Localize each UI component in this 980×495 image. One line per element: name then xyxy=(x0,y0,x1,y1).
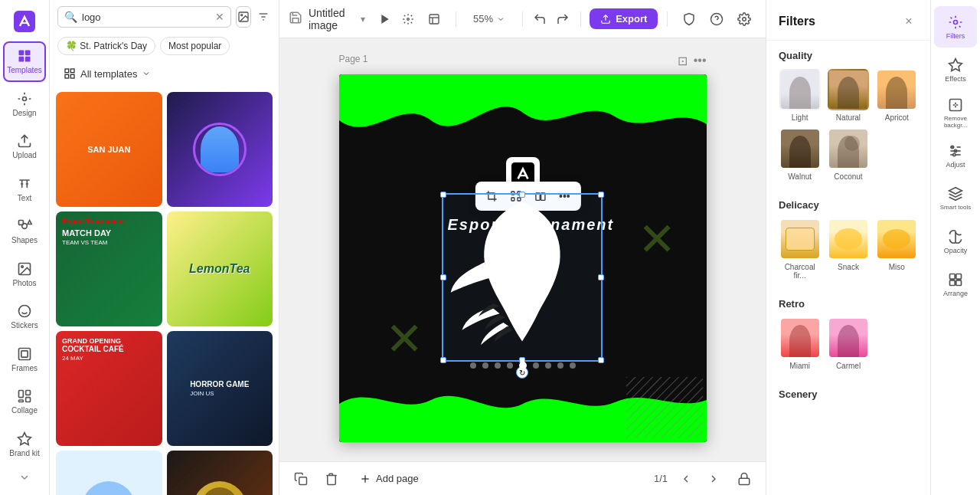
filter-sort-btn[interactable] xyxy=(256,6,271,28)
tag-st-patricks[interactable]: 🍀 St. Patrick's Day xyxy=(57,37,155,55)
layout-btn[interactable] xyxy=(422,10,446,28)
quality-section-title: Quality xyxy=(779,50,918,61)
delete-page-btn[interactable] xyxy=(319,467,344,491)
selection-box[interactable]: ↻ xyxy=(442,193,603,362)
filter-apricot[interactable]: Apricot xyxy=(876,69,918,122)
right-tool-adjust[interactable]: Adjust xyxy=(934,135,977,176)
doc-title[interactable]: Untitled image xyxy=(309,7,354,31)
right-tool-opacity[interactable]: Opacity xyxy=(934,221,977,262)
filter-natural-thumb xyxy=(828,69,869,110)
page-expand-btn[interactable]: ⊡ xyxy=(678,54,688,68)
filter-coconut[interactable]: Coconut xyxy=(827,128,869,181)
prev-page-btn[interactable] xyxy=(674,467,698,491)
shield-icon-btn[interactable] xyxy=(677,7,701,31)
tag-most-popular[interactable]: Most popular xyxy=(160,37,230,55)
sidebar-item-photos[interactable]: Photos xyxy=(3,254,46,294)
sidebar-item-templates[interactable]: Templates xyxy=(3,41,46,83)
svg-rect-60 xyxy=(950,274,956,279)
svg-point-20 xyxy=(241,15,243,16)
add-page-btn[interactable]: Add page xyxy=(350,470,428,488)
right-tool-arrange[interactable]: Arrange xyxy=(934,264,977,305)
doc-title-chevron[interactable]: ▾ xyxy=(361,14,365,25)
cross-decoration-1: ✕ xyxy=(638,212,676,266)
right-tool-effects[interactable]: Effects xyxy=(934,49,977,90)
redo-btn[interactable] xyxy=(554,7,570,31)
template-card[interactable]: GRAND OPENING COCKTAIL CAFÉ 24 MAY xyxy=(56,331,162,446)
sidebar-item-text[interactable]: Text xyxy=(3,169,46,209)
template-card[interactable] xyxy=(167,92,273,207)
present-btn[interactable] xyxy=(400,7,416,31)
template-card[interactable] xyxy=(167,451,273,495)
cross-decoration-2: ✕ xyxy=(385,312,423,366)
resize-handle-tr[interactable] xyxy=(598,192,604,198)
image-search-btn[interactable] xyxy=(236,6,251,28)
sidebar-item-stickers[interactable]: Stickers xyxy=(3,296,46,336)
svg-rect-4 xyxy=(25,57,31,62)
resize-handle-br[interactable] xyxy=(598,357,604,363)
template-card[interactable]: SAN JUAN xyxy=(56,92,162,207)
svg-rect-24 xyxy=(65,69,69,73)
sidebar-item-brand[interactable]: Brand kit xyxy=(3,424,46,464)
template-card[interactable]: LemonTea xyxy=(167,211,273,326)
sidebar-item-upload[interactable]: Upload xyxy=(3,126,46,167)
page-more-btn[interactable]: ••• xyxy=(694,54,707,68)
delicacy-section-title: Delicacy xyxy=(779,199,918,211)
canvas[interactable]: ✕ ✕ xyxy=(339,74,707,442)
resize-handle-bl[interactable] xyxy=(440,357,446,363)
filter-miso[interactable]: Miso xyxy=(876,218,918,280)
sidebar-collapse-btn[interactable] xyxy=(3,466,46,489)
filter-apricot-label: Apricot xyxy=(885,113,909,122)
play-btn[interactable] xyxy=(377,7,394,31)
right-tool-smart-tools[interactable]: Smart tools xyxy=(934,178,977,219)
template-card[interactable]: Esport Tournament MATCH DAY TEAM VS TEAM xyxy=(56,211,162,326)
filter-carmel[interactable]: Carmel xyxy=(827,317,869,370)
filter-charcoal-label: Charcoal fir... xyxy=(779,263,821,280)
right-tool-remove-bg[interactable]: Remove backgr... xyxy=(934,92,977,133)
app-logo[interactable] xyxy=(3,6,46,37)
sidebar-item-design[interactable]: Design xyxy=(3,84,46,124)
settings-btn[interactable] xyxy=(732,7,756,31)
svg-rect-27 xyxy=(70,74,74,78)
template-card[interactable]: HORROR GAME JOIN US xyxy=(167,331,273,446)
search-box[interactable]: 🔍 ✕ xyxy=(57,6,231,28)
filter-miami[interactable]: Miami xyxy=(779,317,821,370)
canvas-container[interactable]: Page 1 ⊡ ••• xyxy=(279,38,766,461)
next-page-btn[interactable] xyxy=(701,467,726,491)
filter-coconut-thumb xyxy=(828,128,869,169)
resize-handle-tl[interactable] xyxy=(440,192,446,198)
svg-rect-37 xyxy=(626,377,703,438)
lock-btn[interactable] xyxy=(732,467,756,491)
filter-natural[interactable]: Natural xyxy=(827,69,869,122)
filter-coconut-label: Coconut xyxy=(834,172,862,181)
right-tool-filters[interactable]: Filters xyxy=(934,6,977,48)
filter-natural-label: Natural xyxy=(836,113,861,122)
filters-header: Filters × xyxy=(766,0,930,41)
sidebar-item-frames[interactable]: Frames xyxy=(3,339,46,379)
resize-handle-mr[interactable] xyxy=(598,274,604,280)
save-icon[interactable] xyxy=(289,11,302,28)
resize-handle-ml[interactable] xyxy=(440,274,446,280)
filter-charcoal[interactable]: Charcoal fir... xyxy=(779,218,821,280)
filter-walnut[interactable]: Walnut xyxy=(779,128,821,181)
svg-point-11 xyxy=(19,306,31,317)
svg-marker-50 xyxy=(949,58,962,70)
filter-snack-label: Snack xyxy=(838,263,859,271)
svg-rect-25 xyxy=(70,69,74,73)
search-input[interactable] xyxy=(82,11,211,23)
export-button[interactable]: Export xyxy=(590,8,658,29)
filter-light[interactable]: Light xyxy=(779,69,821,122)
help-btn[interactable] xyxy=(704,7,729,31)
zoom-selector[interactable]: 55% xyxy=(466,10,513,28)
sidebar-item-shapes[interactable]: Shapes xyxy=(3,211,46,252)
resize-handle-tc[interactable] xyxy=(519,192,525,198)
search-clear-btn[interactable]: ✕ xyxy=(215,11,224,23)
all-templates-btn[interactable]: All templates xyxy=(57,64,157,83)
filter-snack[interactable]: Snack xyxy=(827,218,869,280)
svg-rect-2 xyxy=(25,51,31,56)
filter-walnut-label: Walnut xyxy=(788,172,812,181)
sidebar-item-collage[interactable]: Collage xyxy=(3,381,46,421)
filters-close-btn[interactable]: × xyxy=(900,12,918,31)
copy-page-btn[interactable] xyxy=(289,467,313,491)
template-card[interactable]: 👤 xyxy=(56,451,162,495)
undo-btn[interactable] xyxy=(532,7,548,31)
